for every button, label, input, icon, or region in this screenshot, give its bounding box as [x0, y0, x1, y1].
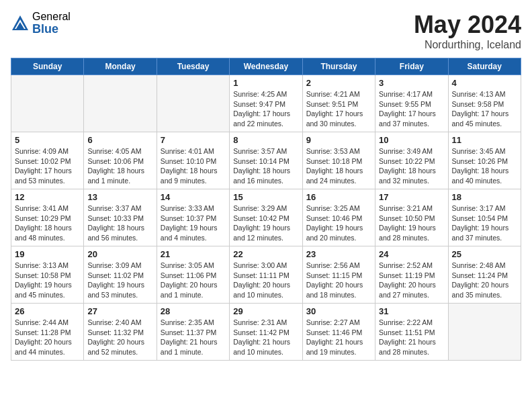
weekday-header-monday: Monday — [84, 58, 157, 75]
day-number: 31 — [379, 306, 444, 316]
week-row-2: 5Sunrise: 4:09 AMSunset: 10:02 PMDayligh… — [11, 132, 521, 189]
day-number: 7 — [161, 135, 226, 145]
empty-cell — [11, 75, 84, 132]
day-cell-4: 4Sunrise: 4:13 AMSunset: 9:58 PMDaylight… — [448, 75, 521, 132]
day-info: Sunrise: 2:48 AMSunset: 11:24 PMDaylight… — [452, 261, 517, 300]
day-info: Sunrise: 2:35 AMSunset: 11:37 PMDaylight… — [161, 318, 226, 357]
day-info: Sunrise: 2:31 AMSunset: 11:42 PMDaylight… — [233, 318, 298, 357]
day-number: 22 — [233, 249, 298, 259]
day-cell-24: 24Sunrise: 2:52 AMSunset: 11:19 PMDaylig… — [375, 246, 448, 304]
day-cell-17: 17Sunrise: 3:21 AMSunset: 10:50 PMDaylig… — [375, 189, 448, 246]
day-cell-2: 2Sunrise: 4:21 AMSunset: 9:51 PMDaylight… — [302, 75, 375, 132]
day-info: Sunrise: 3:09 AMSunset: 11:02 PMDaylight… — [87, 261, 152, 300]
day-number: 21 — [161, 249, 226, 259]
day-info: Sunrise: 3:29 AMSunset: 10:42 PMDaylight… — [233, 203, 298, 243]
weekday-header-tuesday: Tuesday — [157, 58, 229, 75]
day-number: 24 — [379, 249, 444, 259]
day-number: 4 — [452, 78, 517, 88]
day-info: Sunrise: 3:25 AMSunset: 10:46 PMDaylight… — [306, 203, 371, 243]
weekday-header-thursday: Thursday — [302, 58, 375, 75]
day-number: 8 — [233, 135, 298, 145]
day-cell-11: 11Sunrise: 3:45 AMSunset: 10:26 PMDaylig… — [448, 132, 521, 189]
day-number: 1 — [233, 78, 298, 88]
day-cell-12: 12Sunrise: 3:41 AMSunset: 10:29 PMDaylig… — [11, 189, 84, 246]
day-number: 18 — [452, 192, 517, 202]
day-number: 29 — [233, 306, 298, 316]
day-number: 27 — [87, 306, 152, 316]
day-info: Sunrise: 2:56 AMSunset: 11:15 PMDaylight… — [306, 261, 371, 300]
day-info: Sunrise: 3:57 AMSunset: 10:14 PMDaylight… — [233, 146, 298, 186]
day-number: 25 — [452, 249, 517, 259]
calendar-table: SundayMondayTuesdayWednesdayThursdayFrid… — [11, 58, 521, 361]
page-header: GeneralBlue May 2024 Nordurthing, Icelan… — [11, 11, 521, 51]
day-info: Sunrise: 4:21 AMSunset: 9:51 PMDaylight:… — [306, 89, 371, 129]
day-info: Sunrise: 2:44 AMSunset: 11:28 PMDaylight… — [15, 318, 80, 357]
day-number: 30 — [306, 306, 371, 316]
week-row-1: 1Sunrise: 4:25 AMSunset: 9:47 PMDaylight… — [11, 75, 521, 132]
day-info: Sunrise: 3:17 AMSunset: 10:54 PMDaylight… — [452, 203, 517, 243]
day-info: Sunrise: 3:53 AMSunset: 10:18 PMDaylight… — [306, 146, 371, 186]
day-number: 11 — [452, 135, 517, 145]
day-cell-25: 25Sunrise: 2:48 AMSunset: 11:24 PMDaylig… — [448, 246, 521, 304]
day-cell-6: 6Sunrise: 4:05 AMSunset: 10:06 PMDayligh… — [84, 132, 157, 189]
day-number: 2 — [306, 78, 371, 88]
day-cell-13: 13Sunrise: 3:37 AMSunset: 10:33 PMDaylig… — [84, 189, 157, 246]
day-number: 13 — [87, 192, 152, 202]
weekday-header-wednesday: Wednesday — [230, 58, 302, 75]
day-number: 12 — [15, 192, 80, 202]
logo-text: GeneralBlue — [32, 11, 71, 36]
logo-icon — [11, 14, 30, 33]
logo-general: General — [32, 11, 71, 23]
day-info: Sunrise: 4:17 AMSunset: 9:55 PMDaylight:… — [379, 89, 444, 129]
day-cell-8: 8Sunrise: 3:57 AMSunset: 10:14 PMDayligh… — [230, 132, 302, 189]
day-cell-29: 29Sunrise: 2:31 AMSunset: 11:42 PMDaylig… — [230, 304, 302, 361]
day-cell-15: 15Sunrise: 3:29 AMSunset: 10:42 PMDaylig… — [230, 189, 302, 246]
empty-cell — [84, 75, 157, 132]
day-info: Sunrise: 2:27 AMSunset: 11:46 PMDaylight… — [306, 318, 371, 357]
day-info: Sunrise: 3:37 AMSunset: 10:33 PMDaylight… — [87, 203, 152, 243]
day-cell-7: 7Sunrise: 4:01 AMSunset: 10:10 PMDayligh… — [157, 132, 229, 189]
day-cell-19: 19Sunrise: 3:13 AMSunset: 10:58 PMDaylig… — [11, 246, 84, 304]
logo-blue: Blue — [32, 23, 71, 36]
day-info: Sunrise: 3:33 AMSunset: 10:37 PMDaylight… — [161, 203, 226, 243]
day-number: 28 — [161, 306, 226, 316]
empty-cell — [448, 304, 521, 361]
day-number: 14 — [161, 192, 226, 202]
day-number: 23 — [306, 249, 371, 259]
day-info: Sunrise: 2:40 AMSunset: 11:32 PMDaylight… — [87, 318, 152, 357]
day-cell-26: 26Sunrise: 2:44 AMSunset: 11:28 PMDaylig… — [11, 304, 84, 361]
day-cell-3: 3Sunrise: 4:17 AMSunset: 9:55 PMDaylight… — [375, 75, 448, 132]
location-subtitle: Nordurthing, Iceland — [414, 39, 521, 51]
day-cell-14: 14Sunrise: 3:33 AMSunset: 10:37 PMDaylig… — [157, 189, 229, 246]
day-cell-23: 23Sunrise: 2:56 AMSunset: 11:15 PMDaylig… — [302, 246, 375, 304]
day-info: Sunrise: 2:52 AMSunset: 11:19 PMDaylight… — [379, 261, 444, 300]
logo: GeneralBlue — [11, 11, 71, 36]
day-cell-20: 20Sunrise: 3:09 AMSunset: 11:02 PMDaylig… — [84, 246, 157, 304]
day-info: Sunrise: 3:05 AMSunset: 11:06 PMDaylight… — [161, 261, 226, 300]
day-number: 10 — [379, 135, 444, 145]
day-cell-28: 28Sunrise: 2:35 AMSunset: 11:37 PMDaylig… — [157, 304, 229, 361]
day-number: 19 — [15, 249, 80, 259]
day-cell-31: 31Sunrise: 2:22 AMSunset: 11:51 PMDaylig… — [375, 304, 448, 361]
day-number: 26 — [15, 306, 80, 316]
day-number: 9 — [306, 135, 371, 145]
weekday-header-friday: Friday — [375, 58, 448, 75]
day-info: Sunrise: 4:01 AMSunset: 10:10 PMDaylight… — [161, 146, 226, 186]
day-info: Sunrise: 3:13 AMSunset: 10:58 PMDaylight… — [15, 261, 80, 300]
weekday-header-sunday: Sunday — [11, 58, 84, 75]
day-info: Sunrise: 4:13 AMSunset: 9:58 PMDaylight:… — [452, 89, 517, 129]
day-cell-16: 16Sunrise: 3:25 AMSunset: 10:46 PMDaylig… — [302, 189, 375, 246]
day-info: Sunrise: 3:49 AMSunset: 10:22 PMDaylight… — [379, 146, 444, 186]
page-title: May 2024 — [414, 11, 521, 39]
day-cell-10: 10Sunrise: 3:49 AMSunset: 10:22 PMDaylig… — [375, 132, 448, 189]
day-cell-5: 5Sunrise: 4:09 AMSunset: 10:02 PMDayligh… — [11, 132, 84, 189]
day-info: Sunrise: 3:41 AMSunset: 10:29 PMDaylight… — [15, 203, 80, 243]
day-cell-27: 27Sunrise: 2:40 AMSunset: 11:32 PMDaylig… — [84, 304, 157, 361]
day-info: Sunrise: 3:21 AMSunset: 10:50 PMDaylight… — [379, 203, 444, 243]
day-info: Sunrise: 4:25 AMSunset: 9:47 PMDaylight:… — [233, 89, 298, 129]
empty-cell — [157, 75, 229, 132]
day-number: 15 — [233, 192, 298, 202]
title-area: May 2024 Nordurthing, Iceland — [414, 11, 521, 51]
day-cell-1: 1Sunrise: 4:25 AMSunset: 9:47 PMDaylight… — [230, 75, 302, 132]
week-row-4: 19Sunrise: 3:13 AMSunset: 10:58 PMDaylig… — [11, 246, 521, 304]
